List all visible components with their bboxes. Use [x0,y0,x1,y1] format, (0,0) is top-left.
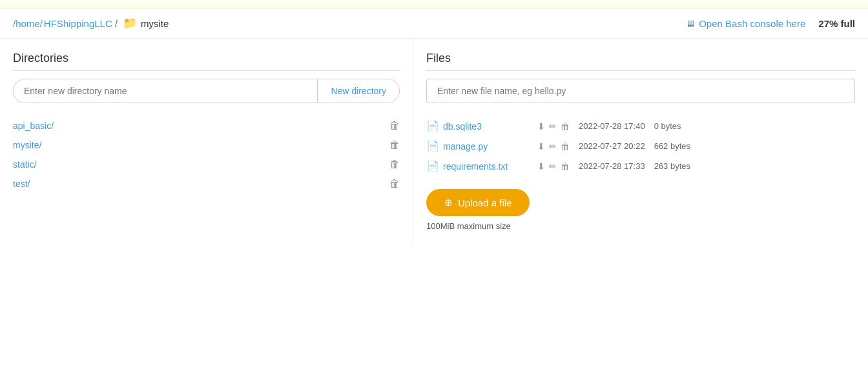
file-link-db-sqlite3[interactable]: db.sqlite3 [443,121,533,132]
top-bar [0,0,868,8]
file-date: 2022-07-28 17:33 [579,161,645,171]
delete-dir-icon[interactable]: 🗑 [389,159,400,170]
files-title: Files [426,52,855,71]
edit-icon[interactable]: ✏ [549,141,557,152]
file-actions: ⬇ ✏ 🗑 2022-07-28 17:33 263 bytes [537,161,693,172]
file-icon: 📄 [426,140,439,152]
dir-link-static[interactable]: static/ [13,159,37,170]
file-size: 263 bytes [654,161,693,171]
file-icon: 📄 [426,160,439,172]
files-panel: Files 📄 db.sqlite3 ⬇ ✏ 🗑 2022-07-28 17:4… [413,39,868,244]
bash-icon: 🖥 [685,18,695,29]
dir-link-test[interactable]: test/ [13,179,30,189]
file-date: 2022-07-28 17:40 [579,121,645,131]
delete-file-icon[interactable]: 🗑 [561,121,570,132]
list-item: 📄 requirements.txt ⬇ ✏ 🗑 2022-07-28 17:3… [426,156,855,176]
delete-file-icon[interactable]: 🗑 [561,141,570,152]
new-file-input[interactable] [426,79,855,103]
delete-dir-icon[interactable]: 🗑 [389,178,400,190]
breadcrumb-home[interactable]: /home/ [13,18,43,29]
new-directory-input[interactable] [14,79,317,103]
list-item: mysite/ 🗑 [13,135,400,155]
new-directory-form: New directory [13,79,400,103]
breadcrumb-current: mysite [141,18,169,29]
breadcrumb: /home/ HFShippingLLC / 📁 mysite [13,16,169,30]
breadcrumb-sep: / [115,18,118,29]
upload-button[interactable]: ⊕ Upload a file [426,189,530,216]
dir-link-api-basic[interactable]: api_basic/ [13,121,54,131]
directories-panel: Directories New directory api_basic/ 🗑 m… [0,39,413,244]
directories-title: Directories [13,52,400,71]
file-list: 📄 db.sqlite3 ⬇ ✏ 🗑 2022-07-28 17:40 0 by… [426,116,855,176]
list-item: api_basic/ 🗑 [13,116,400,135]
upload-label: Upload a file [458,197,512,208]
file-size: 662 bytes [654,141,693,151]
folder-icon: 📁 [123,16,137,30]
full-indicator: 27% full [818,18,855,29]
delete-dir-icon[interactable]: 🗑 [389,120,400,132]
open-bash-link[interactable]: 🖥 Open Bash console here [685,18,805,29]
file-size: 0 bytes [654,121,693,131]
upload-icon: ⊕ [444,197,453,208]
file-icon: 📄 [426,120,439,132]
delete-dir-icon[interactable]: 🗑 [389,139,400,151]
upload-note: 100MiB maximum size [426,221,855,231]
file-link-requirements-txt[interactable]: requirements.txt [443,161,533,172]
header-right: 🖥 Open Bash console here 27% full [685,18,855,29]
delete-file-icon[interactable]: 🗑 [561,161,570,172]
list-item: 📄 manage.py ⬇ ✏ 🗑 2022-07-27 20:22 662 b… [426,136,855,156]
edit-icon[interactable]: ✏ [549,161,557,172]
download-icon[interactable]: ⬇ [537,141,545,152]
download-icon[interactable]: ⬇ [537,121,545,132]
file-actions: ⬇ ✏ 🗑 2022-07-28 17:40 0 bytes [537,121,693,132]
edit-icon[interactable]: ✏ [549,121,557,132]
dir-link-mysite[interactable]: mysite/ [13,140,41,150]
download-icon[interactable]: ⬇ [537,161,545,172]
list-item: 📄 db.sqlite3 ⬇ ✏ 🗑 2022-07-28 17:40 0 by… [426,116,855,136]
new-directory-button[interactable]: New directory [317,79,399,103]
file-actions: ⬇ ✏ 🗑 2022-07-27 20:22 662 bytes [537,141,693,152]
file-link-manage-py[interactable]: manage.py [443,141,533,152]
content: Directories New directory api_basic/ 🗑 m… [0,39,868,244]
upload-area: ⊕ Upload a file 100MiB maximum size [426,189,855,231]
list-item: static/ 🗑 [13,155,400,174]
directory-list: api_basic/ 🗑 mysite/ 🗑 static/ 🗑 test/ 🗑 [13,116,400,193]
bash-label: Open Bash console here [699,18,805,29]
file-date: 2022-07-27 20:22 [579,141,645,151]
list-item: test/ 🗑 [13,174,400,193]
breadcrumb-user[interactable]: HFShippingLLC [44,18,112,29]
main-header: /home/ HFShippingLLC / 📁 mysite 🖥 Open B… [0,8,868,39]
